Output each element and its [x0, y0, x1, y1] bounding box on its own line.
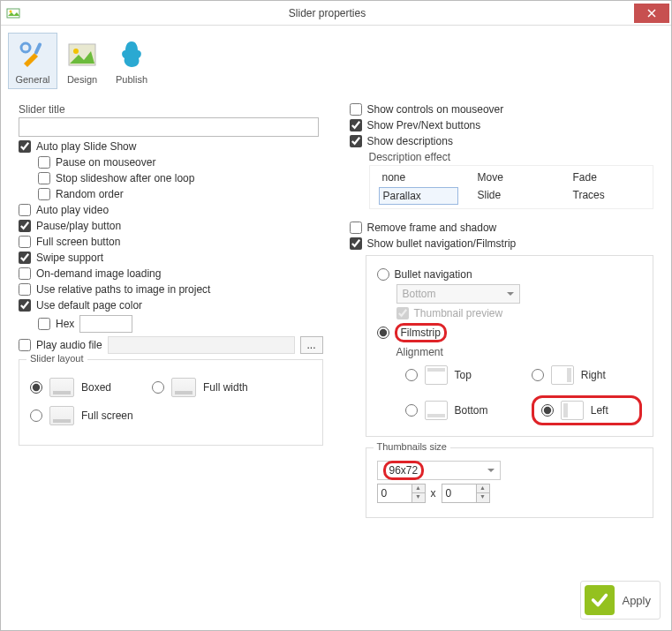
desc-effect-traces[interactable]: Traces	[570, 187, 649, 205]
layout-fullscreen-icon	[49, 406, 74, 425]
svg-rect-2	[34, 42, 42, 55]
svg-rect-0	[7, 9, 19, 18]
random-order-checkbox[interactable]	[38, 188, 50, 200]
thumb-w-down[interactable]: ▼	[412, 493, 425, 502]
content: General Design Publish Slider title Auto…	[1, 26, 671, 532]
remove-frame-label: Remove frame and shadow	[367, 222, 497, 234]
desc-effect-none[interactable]: none	[379, 169, 458, 185]
autoplay-checkbox[interactable]	[19, 140, 31, 153]
titlebar: Slider properties	[1, 1, 671, 26]
app-icon	[6, 6, 20, 20]
show-controls-checkbox[interactable]	[350, 103, 362, 116]
tab-design[interactable]: Design	[57, 33, 107, 89]
layout-fullwidth-radio[interactable]	[152, 381, 164, 394]
align-top-icon	[425, 365, 448, 385]
tab-publish-label: Publish	[116, 74, 147, 85]
hex-label: Hex	[56, 318, 74, 330]
play-audio-checkbox[interactable]	[19, 339, 31, 351]
tab-design-label: Design	[67, 74, 97, 85]
svg-point-3	[21, 43, 30, 52]
show-prevnext-label: Show Prev/Next buttons	[367, 119, 481, 131]
tab-publish[interactable]: Publish	[107, 33, 156, 89]
desc-effect-move[interactable]: Move	[474, 169, 554, 185]
defcolor-checkbox[interactable]	[19, 299, 31, 312]
stop-after-loop-checkbox[interactable]	[38, 172, 50, 184]
thumb-h-up[interactable]: ▲	[477, 485, 489, 493]
autoplay-video-checkbox[interactable]	[19, 204, 31, 216]
thumb-preview-label: Thumbnail preview	[414, 307, 503, 319]
fullscreen-btn-checkbox[interactable]	[19, 236, 31, 248]
stop-after-loop-label: Stop slideshow after one loop	[56, 172, 194, 184]
close-icon	[647, 9, 656, 18]
align-bottom-icon	[425, 401, 448, 420]
desc-effect-parallax[interactable]: Parallax	[379, 187, 458, 205]
thumbs-group: Thumbnails size 96x72 ▲▼ x ▲▼	[366, 447, 654, 518]
align-right-radio[interactable]	[532, 369, 544, 381]
bullet-pos-dropdown: Bottom	[396, 284, 520, 304]
layout-fullwidth-label: Full width	[203, 381, 248, 394]
align-bottom-label: Bottom	[455, 404, 488, 417]
defcolor-label: Use default page color	[36, 299, 142, 312]
pause-mouseover-checkbox[interactable]	[38, 156, 50, 169]
thumb-h-input[interactable]	[442, 484, 477, 503]
pause-mouseover-label: Pause on mouseover	[56, 156, 155, 169]
remove-frame-checkbox[interactable]	[350, 222, 362, 234]
thumb-preview-checkbox	[396, 307, 409, 319]
apply-label: Apply	[622, 594, 651, 607]
publish-icon	[114, 37, 149, 72]
bullet-nav-label: Bullet navigation	[395, 268, 472, 281]
align-right-icon	[551, 365, 574, 385]
thumb-h-down[interactable]: ▼	[477, 493, 489, 502]
thumb-w-spinner[interactable]: ▲▼	[377, 484, 426, 503]
bullet-nav-radio[interactable]	[377, 268, 389, 281]
pauseplay-btn-checkbox[interactable]	[19, 220, 31, 232]
check-icon	[585, 585, 615, 615]
align-left-radio[interactable]	[541, 404, 554, 417]
show-desc-label: Show descriptions	[367, 135, 453, 147]
ondemand-checkbox[interactable]	[19, 267, 31, 280]
fullscreen-btn-label: Full screen button	[36, 236, 120, 248]
thumb-w-input[interactable]	[377, 484, 412, 503]
apply-button[interactable]: Apply	[580, 581, 661, 620]
align-bottom-radio[interactable]	[405, 404, 418, 417]
autoplay-label: Auto play Slide Show	[36, 140, 136, 153]
window-title: Slider properties	[20, 7, 634, 19]
audio-path-input	[108, 336, 295, 354]
close-button[interactable]	[634, 4, 669, 23]
thumb-w-up[interactable]: ▲	[412, 485, 425, 493]
relpaths-label: Use relative paths to image in project	[36, 283, 210, 296]
hex-input[interactable]	[79, 315, 132, 333]
swipe-checkbox[interactable]	[19, 252, 31, 264]
layout-boxed-radio[interactable]	[30, 381, 42, 394]
tab-general-label: General	[15, 74, 49, 85]
slider-title-input[interactable]	[19, 117, 319, 137]
show-prevnext-checkbox[interactable]	[350, 119, 362, 131]
slider-title-label: Slider title	[19, 103, 323, 116]
thumb-x-label: x	[431, 487, 436, 500]
filmstrip-radio[interactable]	[377, 327, 389, 339]
show-desc-checkbox[interactable]	[350, 135, 362, 147]
desc-effect-fade[interactable]: Fade	[570, 169, 649, 185]
thumb-h-spinner[interactable]: ▲▼	[442, 484, 490, 503]
layout-fullscreen-radio[interactable]	[30, 409, 42, 422]
hex-checkbox[interactable]	[38, 318, 50, 330]
slider-layout-title: Slider layout	[26, 353, 87, 364]
left-column: Slider title Auto play Slide Show Pause …	[19, 100, 323, 518]
show-bullet-checkbox[interactable]	[350, 237, 362, 250]
play-audio-label: Play audio file	[36, 339, 102, 351]
pauseplay-btn-label: Pause/play button	[36, 220, 121, 232]
autoplay-video-label: Auto play video	[36, 204, 109, 216]
svg-point-5	[73, 49, 79, 54]
thumbs-size-dropdown[interactable]: 96x72	[377, 461, 501, 480]
ondemand-label: On-demand image loading	[36, 267, 161, 280]
desc-effect-grid: none Move Fade Parallax Slide Traces	[369, 165, 654, 209]
align-top-radio[interactable]	[405, 369, 418, 381]
desc-effect-slide[interactable]: Slide	[474, 187, 554, 205]
align-left-label: Left	[591, 404, 608, 417]
tab-general[interactable]: General	[8, 33, 57, 89]
audio-browse-button[interactable]: ...	[300, 336, 323, 354]
tab-bar: General Design Publish	[6, 29, 666, 89]
alignment-label: Alignment	[396, 346, 443, 358]
tools-icon	[15, 37, 50, 72]
relpaths-checkbox[interactable]	[19, 283, 31, 296]
